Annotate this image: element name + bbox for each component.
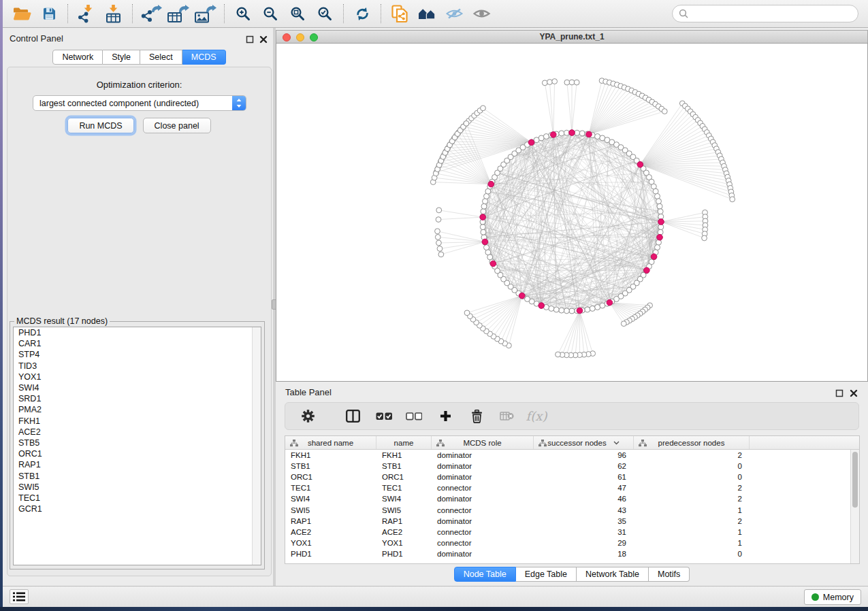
table-row[interactable]: TEC1TEC1connector472 <box>285 482 859 493</box>
open-file-button[interactable] <box>8 2 35 25</box>
delete-table-button[interactable] <box>494 406 519 427</box>
mcds-result-title: MCDS result (17 nodes) <box>14 316 110 326</box>
mcds-result-item[interactable]: PMA2 <box>14 404 261 415</box>
table-row[interactable]: PHD1PHD1dominator180 <box>285 548 859 559</box>
mcds-result-item[interactable]: STB1 <box>14 471 261 482</box>
mcds-result-list[interactable]: PHD1CAR1STP4TID3YOX1SWI4SRD1PMA2FKH1ACE2… <box>13 327 261 565</box>
mcds-result-item[interactable]: FKH1 <box>14 416 261 427</box>
list-scrollbar[interactable] <box>252 327 261 565</box>
zoom-out-button[interactable] <box>257 2 284 25</box>
duplicate-network-button[interactable] <box>386 2 413 25</box>
tab-network-table[interactable]: Network Table <box>577 567 649 582</box>
add-column-button[interactable] <box>432 406 458 427</box>
column-header-mcds-role[interactable]: MCDS role <box>432 436 534 449</box>
import-table-button[interactable] <box>100 2 127 25</box>
tab-style[interactable]: Style <box>103 50 140 65</box>
cell-shared-name: RAP1 <box>285 517 376 525</box>
table-row[interactable]: YOX1YOX1connector291 <box>285 538 859 548</box>
mcds-result-item[interactable]: TEC1 <box>14 493 261 503</box>
tab-mcds[interactable]: MCDS <box>182 50 226 65</box>
table-row[interactable]: FKH1FKH1dominator962 <box>285 450 859 461</box>
table-scrollbar[interactable] <box>850 450 859 563</box>
close-panel-icon[interactable] <box>259 34 268 42</box>
table-row[interactable]: ORC1ORC1dominator610 <box>285 472 859 482</box>
mcds-result-item[interactable]: YOX1 <box>14 371 261 382</box>
export-table-icon <box>167 5 189 23</box>
cell-shared-name: FKH1 <box>285 451 376 459</box>
zoom-in-icon <box>236 6 251 22</box>
zoom-selected-icon <box>317 6 333 22</box>
tree-icon <box>290 440 298 447</box>
delete-column-button[interactable] <box>464 406 489 427</box>
tab-node-table[interactable]: Node Table <box>454 567 516 582</box>
zoom-fit-button[interactable] <box>284 2 311 25</box>
mcds-result-item[interactable]: CAR1 <box>14 338 261 349</box>
tree-icon <box>436 440 445 447</box>
table-row[interactable]: STB1STB1dominator620 <box>285 461 859 472</box>
table-row[interactable]: RAP1RAP1dominator352 <box>285 516 859 527</box>
mcds-result-item[interactable]: STP4 <box>14 349 261 360</box>
search-input[interactable] <box>692 7 858 20</box>
mcds-result-item[interactable]: SRD1 <box>14 393 261 404</box>
criterion-select[interactable]: largest connected component (undirected) <box>33 95 246 111</box>
import-network-button[interactable] <box>73 2 100 25</box>
close-table-panel-icon[interactable] <box>850 388 858 396</box>
mcds-result-item[interactable]: STB5 <box>14 437 261 448</box>
sort-chevron-icon <box>613 441 620 445</box>
float-table-panel-icon[interactable] <box>835 388 843 396</box>
zoom-in-button[interactable] <box>229 2 257 25</box>
table-row[interactable]: SWI5SWI5connector431 <box>285 504 859 515</box>
zoom-selected-button[interactable] <box>311 2 338 25</box>
export-table-button[interactable] <box>165 2 192 25</box>
show-all-button[interactable] <box>468 2 495 25</box>
mcds-result-item[interactable]: ACE2 <box>14 427 261 437</box>
refresh-button[interactable] <box>349 2 376 25</box>
mcds-result-item[interactable]: SWI4 <box>14 382 261 393</box>
mcds-result-item[interactable]: TID3 <box>14 361 261 371</box>
export-image-button[interactable] <box>192 2 219 25</box>
task-history-button[interactable] <box>10 589 29 604</box>
criterion-selected-value: largest connected component (undirected) <box>39 99 199 108</box>
column-header-shared-name[interactable]: shared name <box>285 436 376 449</box>
home-networks-button[interactable] <box>413 2 440 25</box>
mcds-result-item[interactable]: GCR1 <box>14 503 261 514</box>
mcds-result-item[interactable]: ORC1 <box>14 448 261 459</box>
show-column-panel-button[interactable] <box>340 406 366 427</box>
mcds-result-item[interactable]: RAP1 <box>14 459 261 470</box>
memory-button[interactable]: Memory <box>804 589 861 605</box>
network-canvas[interactable] <box>276 43 868 382</box>
column-label: MCDS role <box>463 439 501 447</box>
settings-gear-button[interactable] <box>295 406 321 427</box>
run-mcds-button[interactable]: Run MCDS <box>67 118 133 133</box>
main-toolbar <box>3 0 868 28</box>
cell-mcds-role: connector <box>432 528 534 536</box>
table-row[interactable]: SWI4SWI4dominator462 <box>285 493 859 504</box>
cell-shared-name: PHD1 <box>285 550 376 558</box>
fan-edges <box>433 81 732 355</box>
column-header-successor-nodes[interactable]: successor nodes <box>534 436 634 449</box>
tab-network[interactable]: Network <box>52 50 103 65</box>
table-scrollbar-thumb[interactable] <box>852 452 858 508</box>
cell-name: YOX1 <box>376 539 432 547</box>
cell-name: SWI4 <box>376 495 432 503</box>
close-panel-button[interactable]: Close panel <box>143 118 211 133</box>
select-all-checkboxes-button[interactable] <box>371 406 397 427</box>
function-builder-button[interactable]: f(x) <box>524 406 549 427</box>
save-session-button[interactable] <box>35 2 63 25</box>
tab-motifs[interactable]: Motifs <box>649 567 690 582</box>
network-graph <box>276 44 867 381</box>
column-header-name[interactable]: name <box>376 436 432 449</box>
table-panel: Table Panel <box>276 382 868 586</box>
float-panel-icon[interactable] <box>246 34 254 42</box>
cell-shared-name: TEC1 <box>285 484 376 492</box>
hide-selected-button[interactable] <box>440 2 468 25</box>
network-titlebar[interactable]: YPA_prune.txt_1 <box>276 30 868 43</box>
mcds-result-item[interactable]: PHD1 <box>14 327 261 338</box>
column-header-predecessor-nodes[interactable]: predecessor nodes <box>634 436 750 449</box>
export-network-button[interactable] <box>138 2 165 25</box>
tab-edge-table[interactable]: Edge Table <box>516 567 577 582</box>
deselect-all-checkboxes-button[interactable] <box>401 406 427 427</box>
mcds-result-item[interactable]: SWI5 <box>14 482 261 493</box>
table-row[interactable]: ACE2ACE2connector311 <box>285 527 859 538</box>
tab-select[interactable]: Select <box>140 50 182 65</box>
